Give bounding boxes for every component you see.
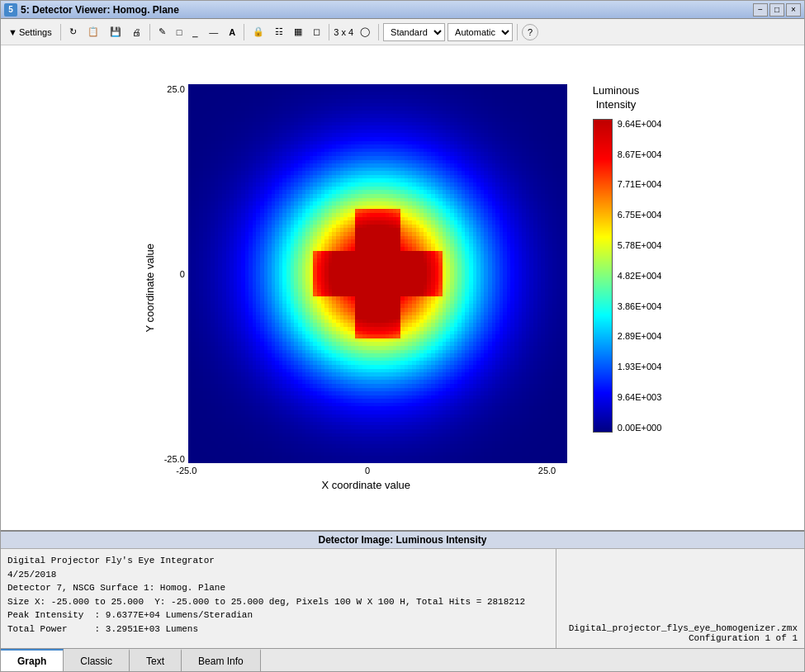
x-axis: -25.0 0 25.0 [176, 464, 556, 476]
rect-button[interactable]: □ [173, 22, 187, 42]
pencil-button[interactable]: ✎ [154, 22, 170, 42]
bottom-panel: Detector Image: Luminous Intensity Digit… [1, 530, 804, 648]
layers-button[interactable]: ◻ [309, 22, 324, 42]
line-button[interactable]: ⎯ [188, 22, 202, 42]
separator-5 [378, 24, 379, 40]
cb-label-5: 4.82E+004 [618, 271, 662, 281]
window-title: 5: Detector Viewer: Homog. Plane [21, 4, 753, 16]
cb-label-0: 9.64E+004 [618, 119, 662, 129]
save-button[interactable]: 💾 [106, 22, 125, 42]
automatic-dropdown[interactable]: Automatic [447, 23, 513, 41]
separator-3 [244, 24, 244, 40]
grid-label: 3 x 4 [334, 27, 353, 37]
separator-1 [60, 24, 61, 40]
view-button[interactable]: ▦ [290, 22, 306, 42]
plot-with-axes: 25.0 0 -25.0 -25.0 0 25.0 [164, 84, 568, 491]
file-info: Digital_projector_flys_eye_homogenizer.z… [556, 549, 804, 648]
minimize-button[interactable]: − [753, 3, 768, 17]
cb-label-2: 7.71E+004 [618, 179, 662, 189]
heatmap [188, 84, 568, 464]
window-controls: − □ × [753, 3, 801, 17]
x-tick-0: 0 [365, 466, 370, 476]
main-content: Y coordinate value 25.0 0 -25.0 [1, 45, 804, 671]
close-button[interactable]: × [786, 3, 801, 17]
colorbar-labels: 9.64E+004 8.67E+004 7.71E+004 6.75E+004 … [618, 119, 662, 433]
copy-button[interactable]: 📋 [83, 22, 103, 42]
main-window: 5 5: Detector Viewer: Homog. Plane − □ ×… [0, 0, 805, 672]
colorbar-row: 9.64E+004 8.67E+004 7.71E+004 6.75E+004 … [593, 119, 662, 433]
grid-view-button[interactable]: ☷ [271, 22, 287, 42]
lock-button[interactable]: 🔒 [249, 22, 268, 42]
cb-label-7: 2.89E+004 [618, 331, 662, 341]
x-axis-label: X coordinate value [321, 479, 410, 491]
settings-button[interactable]: ▼ Settings [4, 22, 56, 42]
colorbar: LuminousIntensity 9.64E+004 8.67E+004 7.… [593, 84, 662, 433]
tab-classic[interactable]: Classic [64, 649, 130, 671]
separator-4 [329, 24, 329, 40]
toolbar: ▼ Settings ↻ 📋 💾 🖨 ✎ □ ⎯ — A 🔒 ☷ ▦ ◻ 3 x… [1, 19, 804, 45]
plot-container: Y coordinate value 25.0 0 -25.0 [144, 84, 662, 491]
tab-beam-info[interactable]: Beam Info [182, 649, 261, 671]
colorbar-title: LuminousIntensity [593, 84, 639, 112]
dash-button[interactable]: — [205, 22, 222, 42]
y-tick-25: 25.0 [167, 84, 184, 94]
y-axis: 25.0 0 -25.0 [164, 84, 188, 464]
maximize-button[interactable]: □ [769, 3, 784, 17]
x-tick-25: 25.0 [538, 466, 556, 476]
refresh-button[interactable]: ↻ [65, 22, 81, 42]
separator-2 [149, 24, 150, 40]
config: Configuration 1 of 1 [689, 633, 798, 643]
settings-icon: ▼ [8, 27, 17, 37]
print-button[interactable]: 🖨 [128, 22, 145, 42]
cb-label-3: 6.75E+004 [618, 210, 662, 220]
bottom-content: Digital Projector Fly's Eye Integrator 4… [1, 549, 804, 648]
cb-label-8: 1.93E+004 [618, 362, 662, 371]
layout-button[interactable]: ◯ [356, 22, 374, 42]
cb-label-1: 8.67E+004 [618, 149, 662, 159]
help-button[interactable]: ? [522, 24, 538, 40]
y-axis-label: Y coordinate value [144, 244, 156, 332]
tab-text[interactable]: Text [130, 649, 182, 671]
cb-label-6: 3.86E+004 [618, 301, 662, 311]
detector-title: Detector Image: Luminous Intensity [1, 532, 804, 549]
cb-label-10: 0.00E+000 [618, 423, 662, 433]
tab-bar: Graph Classic Text Beam Info [1, 648, 804, 671]
tab-graph[interactable]: Graph [1, 649, 64, 671]
cb-label-9: 9.64E+003 [618, 392, 662, 402]
filename: Digital_projector_flys_eye_homogenizer.z… [569, 623, 798, 633]
info-text: Digital Projector Fly's Eye Integrator 4… [1, 549, 556, 648]
colorbar-gradient [593, 119, 613, 433]
text-tool-button[interactable]: A [225, 22, 239, 42]
y-tick-0: 0 [180, 269, 185, 279]
window-icon: 5 [4, 3, 17, 17]
cb-label-4: 5.78E+004 [618, 240, 662, 250]
y-tick-n25: -25.0 [164, 454, 185, 464]
title-bar: 5 5: Detector Viewer: Homog. Plane − □ × [1, 1, 804, 19]
x-tick-n25: -25.0 [176, 466, 197, 476]
plot-row: 25.0 0 -25.0 [164, 84, 568, 464]
separator-6 [517, 24, 518, 40]
graph-area: Y coordinate value 25.0 0 -25.0 [1, 45, 804, 530]
standard-dropdown[interactable]: Standard [383, 23, 445, 41]
